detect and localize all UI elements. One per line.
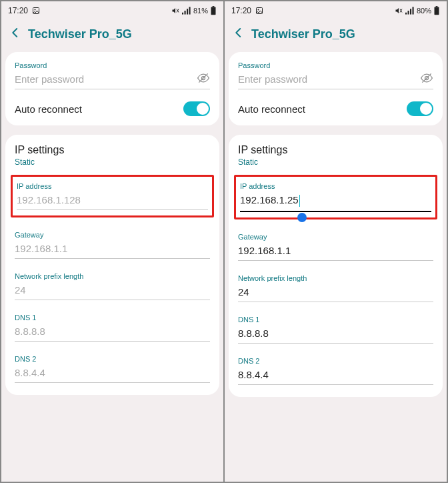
auto-reconnect-toggle[interactable]: [407, 101, 433, 116]
titlebar: Techwiser Pro_5G: [225, 20, 447, 52]
password-label: Password: [238, 61, 433, 69]
svg-rect-18: [410, 9, 411, 14]
dns2-label: DNS 2: [238, 357, 433, 365]
ip-address-value: 192.168.1.25: [240, 194, 299, 205]
page-title: Techwiser Pro_5G: [251, 27, 355, 41]
ip-address-input[interactable]: [17, 191, 208, 208]
svg-rect-8: [213, 6, 215, 7]
svg-rect-0: [33, 8, 39, 14]
battery-text: 81%: [193, 7, 208, 15]
mute-icon: [394, 7, 403, 15]
svg-rect-5: [184, 11, 185, 15]
phone-right: 17:20 80% Techwiser Pro_5G Password Auto…: [225, 1, 447, 482]
svg-rect-6: [187, 9, 188, 14]
auto-reconnect-label: Auto reconnect: [238, 103, 305, 115]
svg-rect-9: [211, 7, 216, 15]
image-icon: [255, 7, 263, 15]
phone-left: 17:20 81% Techwiser Pro_5G Password Auto…: [1, 1, 223, 482]
cursor-handle-icon[interactable]: [297, 213, 307, 222]
titlebar: Techwiser Pro_5G: [1, 20, 223, 52]
prefix-input[interactable]: [15, 282, 210, 298]
dns1-input[interactable]: [15, 323, 210, 340]
ip-address-field-highlight: IP address: [11, 175, 214, 217]
ip-address-label: IP address: [17, 182, 208, 190]
signal-icon: [182, 7, 191, 15]
dns1-label: DNS 1: [15, 314, 210, 322]
password-card: Password Auto reconnect: [229, 52, 443, 125]
svg-rect-12: [257, 8, 263, 14]
ip-address-field-highlight: IP address 192.168.1.25: [234, 175, 437, 219]
status-time: 17:20: [8, 6, 28, 15]
prefix-label: Network prefix length: [15, 272, 210, 280]
mute-icon: [171, 7, 180, 15]
password-input[interactable]: [15, 71, 197, 87]
dns2-input[interactable]: [15, 364, 210, 381]
svg-rect-4: [182, 13, 183, 15]
prefix-label: Network prefix length: [238, 274, 433, 282]
battery-icon: [210, 6, 217, 15]
gateway-label: Gateway: [238, 233, 433, 241]
dns2-label: DNS 2: [15, 355, 210, 363]
visibility-off-icon[interactable]: [197, 71, 210, 87]
status-bar: 17:20 80%: [225, 1, 447, 20]
gateway-label: Gateway: [15, 231, 210, 239]
status-time: 17:20: [231, 6, 251, 15]
battery-text: 80%: [417, 7, 431, 15]
svg-rect-17: [407, 11, 409, 15]
text-cursor-icon: [299, 195, 300, 207]
svg-rect-7: [189, 7, 190, 14]
svg-rect-21: [435, 7, 439, 15]
visibility-off-icon[interactable]: [420, 71, 433, 87]
ip-address-label: IP address: [240, 182, 431, 190]
auto-reconnect-label: Auto reconnect: [15, 103, 82, 115]
password-card: Password Auto reconnect: [5, 52, 219, 125]
back-icon[interactable]: [9, 27, 21, 41]
password-label: Password: [15, 61, 210, 69]
dns1-input[interactable]: [238, 325, 433, 342]
prefix-input[interactable]: [238, 284, 433, 300]
ip-settings-title: IP settings: [15, 144, 210, 156]
gateway-input[interactable]: [15, 240, 210, 257]
svg-rect-20: [436, 6, 438, 7]
svg-rect-19: [412, 7, 413, 14]
svg-point-13: [258, 9, 259, 11]
dns2-input[interactable]: [238, 366, 433, 383]
back-icon[interactable]: [233, 27, 245, 41]
page-title: Techwiser Pro_5G: [28, 27, 132, 41]
ip-settings-card: IP settings Static IP address 192.168.1.…: [229, 135, 443, 397]
image-icon: [32, 7, 40, 15]
status-bar: 17:20 81%: [1, 1, 223, 20]
auto-reconnect-toggle[interactable]: [183, 101, 210, 116]
dns1-label: DNS 1: [238, 316, 433, 324]
ip-address-input[interactable]: 192.168.1.25: [240, 191, 431, 209]
signal-icon: [405, 7, 415, 15]
ip-settings-title: IP settings: [238, 144, 433, 156]
svg-rect-16: [405, 13, 407, 15]
ip-settings-card: IP settings Static IP address Gateway Ne…: [5, 135, 219, 395]
svg-point-1: [35, 9, 36, 11]
ip-settings-mode[interactable]: Static: [238, 157, 433, 167]
ip-settings-mode[interactable]: Static: [15, 157, 210, 167]
password-input[interactable]: [238, 71, 420, 87]
gateway-input[interactable]: [238, 242, 433, 259]
battery-icon: [433, 6, 440, 15]
